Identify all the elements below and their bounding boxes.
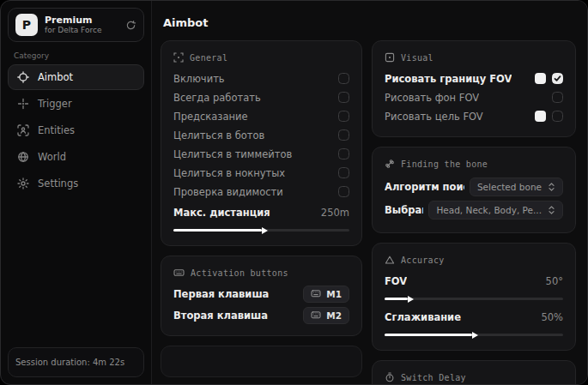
checkbox[interactable] — [338, 73, 349, 84]
keybind-button-m2[interactable]: M2 — [303, 307, 349, 324]
general-icon — [173, 52, 184, 63]
slider-label: Макс. дистанция — [173, 207, 270, 219]
accuracy-triangle-icon — [385, 255, 395, 265]
select-value: Head, Neck, Body, Pe... — [436, 205, 542, 215]
bone-panel-header: Finding the bone — [385, 159, 563, 169]
finding-the-bone-panel: Finding the bone Алгоритм поиска костей … — [372, 147, 576, 233]
fov-slider[interactable] — [385, 298, 563, 300]
sidebar-item-label: Entities — [38, 124, 75, 136]
refresh-icon[interactable] — [125, 20, 136, 31]
select-value: Selected bone — [477, 182, 542, 192]
settings-gear-icon — [17, 177, 29, 189]
keybind-value: M2 — [326, 310, 342, 321]
visual-controls — [535, 73, 563, 84]
switch-delay-panel-header: Switch Delay — [385, 372, 563, 382]
max-distance-slider[interactable] — [173, 229, 349, 232]
left-column: General Включить Всегда работать Предска… — [161, 40, 362, 377]
entities-scan-icon — [17, 124, 29, 136]
checkbox[interactable] — [338, 148, 349, 159]
slider-fill[interactable] — [173, 229, 262, 232]
toggle-label: Целиться в нокнутых — [173, 167, 285, 179]
slider-label-row: Сглаживание 50% — [385, 308, 563, 326]
category-label: Category — [14, 51, 138, 60]
sidebar-item-trigger[interactable]: Trigger — [8, 91, 144, 117]
slider-value: 50% — [541, 311, 563, 323]
slider-value: 50° — [546, 275, 563, 287]
toggle-label: Целиться в ботов — [173, 129, 264, 141]
timer-icon — [385, 372, 395, 382]
main-content: Aimbot General Включить — [152, 1, 587, 384]
accuracy-panel: Accuracy FOV 50° Сглаживание — [372, 243, 576, 351]
fov-slider-group: FOV 50° — [385, 272, 563, 300]
sidebar-item-label: World — [38, 151, 66, 163]
visual-label: Рисовать границу FOV — [385, 73, 512, 85]
keybind-label: Первая клавиша — [173, 288, 269, 300]
panel-columns: General Включить Всегда работать Предска… — [161, 40, 576, 377]
checkbox[interactable] — [338, 167, 349, 178]
toggle-label: Целиться в тиммейтов — [173, 148, 292, 160]
keybind-row: Первая клавиша M1 — [173, 285, 349, 303]
visual-label: Рисовать цель FOV — [385, 111, 483, 123]
toggle-label: Предсказание — [173, 111, 248, 123]
keyboard-icon — [173, 268, 185, 278]
page-title: Aimbot — [163, 16, 573, 29]
toggle-row: Целиться в нокнутых — [173, 164, 349, 182]
sidebar: P Premium for Delta Force Category — [1, 1, 152, 384]
bone-label: Алгоритм поиска костей — [385, 181, 464, 193]
checkbox[interactable] — [552, 111, 563, 122]
toggle-row: Всегда работать — [173, 88, 349, 106]
toggle-row: Целиться в тиммейтов — [173, 145, 349, 163]
smoothing-slider[interactable] — [385, 334, 563, 336]
visual-row: Рисовать фон FOV — [385, 88, 563, 106]
toggle-label: Включить — [173, 73, 225, 85]
sidebar-item-entities[interactable]: Entities — [8, 117, 144, 143]
checkbox[interactable] — [338, 92, 349, 103]
bone-icon — [385, 159, 395, 169]
checkbox[interactable] — [552, 92, 563, 103]
keyboard-icon — [311, 290, 321, 298]
keybind-label: Вторая клавиша — [173, 310, 268, 322]
bone-algorithm-select[interactable]: Selected bone — [470, 177, 563, 196]
checkbox[interactable] — [338, 111, 349, 122]
switch-delay-panel-title: Switch Delay — [401, 373, 466, 382]
color-swatch[interactable] — [535, 73, 546, 84]
visual-controls — [535, 111, 563, 122]
smoothing-slider-group: Сглаживание 50% — [385, 308, 563, 336]
activation-panel-header: Activation buttons — [173, 268, 349, 278]
world-globe-icon — [17, 151, 29, 163]
brand-title: Premium — [45, 15, 101, 27]
visual-panel-title: Visual — [401, 53, 433, 63]
selected-bones-select[interactable]: Head, Neck, Body, Pe... — [428, 201, 563, 220]
toggle-row: Целиться в ботов — [173, 126, 349, 144]
toggle-row: Проверка видимости — [173, 183, 349, 201]
slider-label-row: FOV 50° — [385, 272, 563, 290]
aimbot-crosshair-icon — [17, 71, 29, 83]
trigger-crosshair-icon — [17, 98, 29, 110]
checkbox[interactable] — [338, 186, 349, 197]
color-swatch[interactable] — [535, 111, 546, 122]
slider-fill[interactable] — [385, 334, 472, 336]
keybind-button-m1[interactable]: M1 — [303, 286, 349, 303]
sidebar-item-world[interactable]: World — [8, 144, 144, 170]
toggle-label: Проверка видимости — [173, 186, 283, 198]
slider-fill[interactable] — [385, 298, 408, 300]
accuracy-panel-header: Accuracy — [385, 255, 563, 265]
bone-row: Выбранные кости Head, Neck, Body, Pe... — [385, 199, 563, 221]
slider-value: 250m — [321, 207, 349, 219]
sidebar-item-label: Settings — [38, 177, 78, 189]
sidebar-item-aimbot[interactable]: Aimbot — [8, 64, 144, 90]
sidebar-item-settings[interactable]: Settings — [8, 171, 144, 196]
checkbox[interactable] — [338, 129, 349, 141]
checkbox[interactable] — [552, 73, 563, 84]
brand-subtitle: for Delta Force — [45, 26, 101, 35]
activation-panel-title: Activation buttons — [191, 268, 288, 278]
general-panel: General Включить Всегда работать Предска… — [161, 40, 362, 246]
visual-fov-icon — [385, 52, 395, 63]
accuracy-panel-title: Accuracy — [401, 256, 445, 265]
brand-text: Premium for Delta Force — [45, 15, 101, 36]
bone-label: Выбранные кости — [385, 204, 423, 216]
max-distance-slider-group: Макс. дистанция 250m — [173, 203, 349, 232]
visual-panel: Visual Рисовать границу FOV Рисовать фон… — [372, 40, 576, 137]
keyboard-icon — [311, 311, 321, 319]
slider-label-row: Макс. дистанция 250m — [173, 203, 349, 221]
